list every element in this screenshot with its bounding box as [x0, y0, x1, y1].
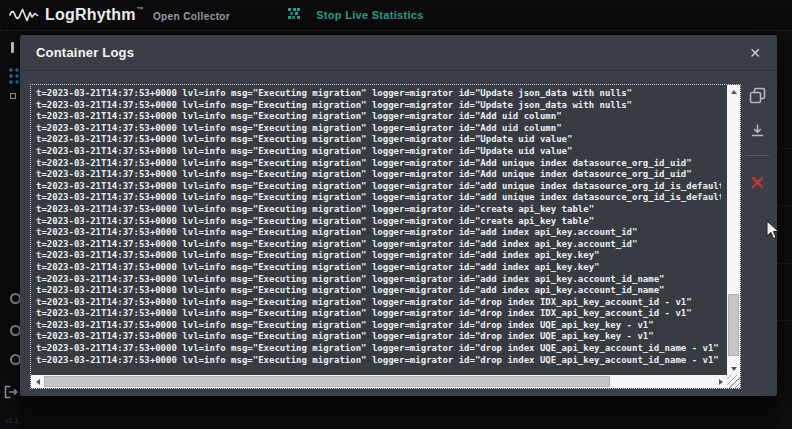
container-logs-modal: Container Logs ✕ t=2023-03-21T14:37:53+0… — [20, 35, 777, 396]
vertical-scroll-thumb[interactable] — [728, 294, 739, 356]
stop-live-statistics-button[interactable]: Stop Live Statistics — [288, 6, 423, 24]
brand-name: LogRhythm™ — [45, 6, 144, 24]
background-table-strip — [777, 31, 792, 429]
resize-grip[interactable] — [727, 375, 740, 388]
delete-container-button[interactable] — [743, 176, 771, 189]
top-bar: LogRhythm™ Open Collector Stop Live Stat… — [0, 0, 792, 31]
vertical-scrollbar[interactable] — [727, 85, 740, 375]
row-divider — [777, 205, 792, 206]
horizontal-scroll-thumb[interactable] — [44, 376, 610, 387]
log-text[interactable]: t=2023-03-21T14:37:53+0000 lvl=info msg=… — [31, 85, 721, 373]
download-icon — [750, 123, 765, 138]
copy-logs-button[interactable] — [743, 87, 771, 104]
sidebar-item-icon[interactable] — [10, 354, 20, 365]
copy-icon — [749, 87, 766, 104]
horizontal-scrollbar[interactable] — [31, 375, 727, 388]
product-name: Open Collector — [153, 8, 230, 22]
download-logs-button[interactable] — [743, 123, 771, 138]
row-divider — [777, 320, 792, 321]
sidebar-item-icon[interactable] — [10, 93, 16, 99]
logrhythm-logo-icon — [9, 6, 39, 24]
tool-divider — [745, 155, 769, 156]
down-arrow-icon — [731, 367, 737, 371]
red-x-icon — [751, 176, 764, 189]
trademark: ™ — [137, 6, 144, 13]
left-arrow-icon — [36, 379, 40, 385]
right-arrow-icon — [719, 379, 723, 385]
sidebar-item-icon[interactable] — [11, 42, 14, 53]
collector-dots-icon[interactable] — [6, 67, 20, 91]
modal-title: Container Logs — [36, 45, 134, 60]
close-icon[interactable]: ✕ — [749, 46, 761, 60]
sidebar-item-icon[interactable] — [10, 325, 20, 336]
left-sidebar: v1.1.3 — [0, 31, 20, 429]
scroll-left-button[interactable] — [31, 375, 44, 388]
row-divider — [777, 263, 792, 264]
modal-header: Container Logs ✕ — [20, 35, 777, 71]
row-divider — [777, 148, 792, 149]
live-statistics-icon — [288, 6, 300, 24]
logout-icon[interactable] — [4, 385, 18, 399]
stop-live-statistics-label: Stop Live Statistics — [316, 9, 423, 21]
scroll-up-button[interactable] — [727, 85, 740, 98]
log-viewer[interactable]: t=2023-03-21T14:37:53+0000 lvl=info msg=… — [30, 84, 741, 389]
app-version: v1.1.3 — [5, 417, 20, 424]
sidebar-item-icon[interactable] — [10, 293, 20, 304]
scroll-right-button[interactable] — [714, 375, 727, 388]
scroll-down-button[interactable] — [727, 362, 740, 375]
up-arrow-icon — [731, 90, 737, 94]
